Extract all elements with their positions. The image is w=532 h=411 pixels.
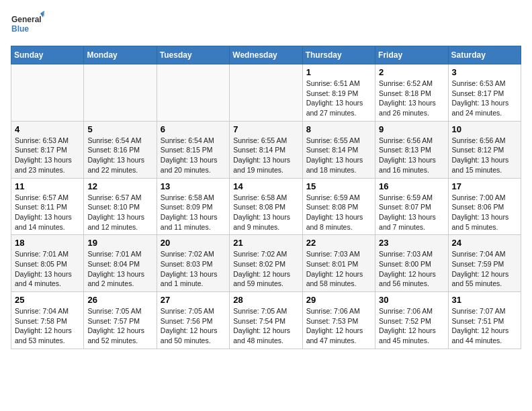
calendar-cell: 14Sunrise: 6:58 AM Sunset: 8:08 PM Dayli… <box>230 178 302 235</box>
day-info: Sunrise: 6:56 AM Sunset: 8:12 PM Dayligh… <box>452 136 517 175</box>
day-info: Sunrise: 7:01 AM Sunset: 8:04 PM Dayligh… <box>87 249 152 289</box>
calendar-week-1: 1Sunrise: 6:51 AM Sunset: 8:19 PM Daylig… <box>11 64 521 122</box>
day-info: Sunrise: 7:04 AM Sunset: 7:59 PM Dayligh… <box>452 249 517 289</box>
calendar-cell: 21Sunrise: 7:02 AM Sunset: 8:02 PM Dayli… <box>230 235 302 292</box>
day-info: Sunrise: 6:58 AM Sunset: 8:09 PM Dayligh… <box>161 193 226 232</box>
day-info: Sunrise: 6:52 AM Sunset: 8:18 PM Dayligh… <box>379 79 444 118</box>
day-info: Sunrise: 6:59 AM Sunset: 8:07 PM Dayligh… <box>379 193 444 232</box>
day-number: 27 <box>161 295 226 305</box>
day-number: 16 <box>379 181 444 191</box>
day-info: Sunrise: 7:05 AM Sunset: 7:57 PM Dayligh… <box>87 306 152 346</box>
calendar-cell <box>84 64 157 122</box>
day-number: 30 <box>379 295 444 305</box>
day-info: Sunrise: 6:53 AM Sunset: 8:17 PM Dayligh… <box>452 79 517 118</box>
day-info: Sunrise: 7:03 AM Sunset: 8:00 PM Dayligh… <box>379 249 444 289</box>
day-info: Sunrise: 7:02 AM Sunset: 8:02 PM Dayligh… <box>233 249 298 289</box>
logo: General Blue General Blue <box>11 11 44 38</box>
day-info: Sunrise: 6:57 AM Sunset: 8:10 PM Dayligh… <box>87 193 152 232</box>
day-number: 2 <box>379 67 444 77</box>
day-number: 3 <box>452 67 517 77</box>
day-number: 20 <box>161 238 226 248</box>
day-number: 18 <box>15 238 80 248</box>
calendar-cell <box>230 64 302 122</box>
day-info: Sunrise: 7:07 AM Sunset: 7:51 PM Dayligh… <box>452 306 517 346</box>
day-info: Sunrise: 7:00 AM Sunset: 8:06 PM Dayligh… <box>452 193 517 232</box>
day-info: Sunrise: 7:02 AM Sunset: 8:03 PM Dayligh… <box>161 249 226 289</box>
day-info: Sunrise: 7:01 AM Sunset: 8:05 PM Dayligh… <box>15 249 80 289</box>
header-thursday: Thursday <box>302 46 375 64</box>
calendar-cell: 31Sunrise: 7:07 AM Sunset: 7:51 PM Dayli… <box>448 292 521 349</box>
day-number: 10 <box>452 124 517 134</box>
calendar-cell: 3Sunrise: 6:53 AM Sunset: 8:17 PM Daylig… <box>448 64 521 122</box>
day-number: 6 <box>161 124 226 134</box>
calendar-cell: 12Sunrise: 6:57 AM Sunset: 8:10 PM Dayli… <box>84 178 157 235</box>
calendar-week-5: 25Sunrise: 7:04 AM Sunset: 7:58 PM Dayli… <box>11 292 521 349</box>
day-number: 12 <box>87 181 152 191</box>
day-number: 9 <box>379 124 444 134</box>
day-info: Sunrise: 6:56 AM Sunset: 8:13 PM Dayligh… <box>379 136 444 175</box>
day-info: Sunrise: 7:05 AM Sunset: 7:54 PM Dayligh… <box>233 306 298 346</box>
day-number: 21 <box>233 238 298 248</box>
calendar-cell: 26Sunrise: 7:05 AM Sunset: 7:57 PM Dayli… <box>84 292 157 349</box>
day-number: 23 <box>379 238 444 248</box>
day-info: Sunrise: 6:59 AM Sunset: 8:08 PM Dayligh… <box>306 193 371 232</box>
header: General Blue General Blue <box>11 11 521 38</box>
day-info: Sunrise: 6:53 AM Sunset: 8:17 PM Dayligh… <box>15 136 80 175</box>
header-wednesday: Wednesday <box>230 46 302 64</box>
calendar-cell: 11Sunrise: 6:57 AM Sunset: 8:11 PM Dayli… <box>11 178 84 235</box>
svg-text:Blue: Blue <box>11 24 29 34</box>
calendar-cell: 29Sunrise: 7:06 AM Sunset: 7:53 PM Dayli… <box>302 292 375 349</box>
day-info: Sunrise: 7:05 AM Sunset: 7:56 PM Dayligh… <box>161 306 226 346</box>
day-number: 11 <box>15 181 80 191</box>
calendar-cell <box>157 64 229 122</box>
calendar-week-3: 11Sunrise: 6:57 AM Sunset: 8:11 PM Dayli… <box>11 178 521 235</box>
calendar-table: SundayMondayTuesdayWednesdayThursdayFrid… <box>11 46 521 349</box>
day-info: Sunrise: 7:04 AM Sunset: 7:58 PM Dayligh… <box>15 306 80 346</box>
calendar-cell: 30Sunrise: 7:06 AM Sunset: 7:52 PM Dayli… <box>375 292 448 349</box>
calendar-cell: 7Sunrise: 6:55 AM Sunset: 8:14 PM Daylig… <box>230 121 302 178</box>
calendar-cell: 5Sunrise: 6:54 AM Sunset: 8:16 PM Daylig… <box>84 121 157 178</box>
day-number: 14 <box>233 181 298 191</box>
day-number: 29 <box>306 295 371 305</box>
day-number: 8 <box>306 124 371 134</box>
day-info: Sunrise: 6:51 AM Sunset: 8:19 PM Dayligh… <box>306 79 371 118</box>
calendar-cell: 25Sunrise: 7:04 AM Sunset: 7:58 PM Dayli… <box>11 292 84 349</box>
day-info: Sunrise: 6:54 AM Sunset: 8:15 PM Dayligh… <box>161 136 226 175</box>
day-number: 24 <box>452 238 517 248</box>
day-info: Sunrise: 7:03 AM Sunset: 8:01 PM Dayligh… <box>306 249 371 289</box>
day-number: 15 <box>306 181 371 191</box>
calendar-cell: 17Sunrise: 7:00 AM Sunset: 8:06 PM Dayli… <box>448 178 521 235</box>
day-number: 4 <box>15 124 80 134</box>
calendar-cell: 4Sunrise: 6:53 AM Sunset: 8:17 PM Daylig… <box>11 121 84 178</box>
day-number: 31 <box>452 295 517 305</box>
calendar-cell: 15Sunrise: 6:59 AM Sunset: 8:08 PM Dayli… <box>302 178 375 235</box>
logo-svg: General Blue <box>11 11 44 38</box>
calendar-cell: 8Sunrise: 6:55 AM Sunset: 8:14 PM Daylig… <box>302 121 375 178</box>
day-info: Sunrise: 6:57 AM Sunset: 8:11 PM Dayligh… <box>15 193 80 232</box>
calendar-cell: 22Sunrise: 7:03 AM Sunset: 8:01 PM Dayli… <box>302 235 375 292</box>
calendar-cell: 1Sunrise: 6:51 AM Sunset: 8:19 PM Daylig… <box>302 64 375 122</box>
calendar-week-2: 4Sunrise: 6:53 AM Sunset: 8:17 PM Daylig… <box>11 121 521 178</box>
calendar-cell: 28Sunrise: 7:05 AM Sunset: 7:54 PM Dayli… <box>230 292 302 349</box>
header-friday: Friday <box>375 46 448 64</box>
day-info: Sunrise: 7:06 AM Sunset: 7:52 PM Dayligh… <box>379 306 444 346</box>
calendar-cell: 20Sunrise: 7:02 AM Sunset: 8:03 PM Dayli… <box>157 235 229 292</box>
calendar-cell: 18Sunrise: 7:01 AM Sunset: 8:05 PM Dayli… <box>11 235 84 292</box>
calendar-cell: 24Sunrise: 7:04 AM Sunset: 7:59 PM Dayli… <box>448 235 521 292</box>
day-number: 19 <box>87 238 152 248</box>
svg-text:General: General <box>11 15 42 24</box>
day-number: 5 <box>87 124 152 134</box>
calendar-cell: 2Sunrise: 6:52 AM Sunset: 8:18 PM Daylig… <box>375 64 448 122</box>
calendar-cell: 19Sunrise: 7:01 AM Sunset: 8:04 PM Dayli… <box>84 235 157 292</box>
calendar-cell: 10Sunrise: 6:56 AM Sunset: 8:12 PM Dayli… <box>448 121 521 178</box>
calendar-cell: 6Sunrise: 6:54 AM Sunset: 8:15 PM Daylig… <box>157 121 229 178</box>
day-number: 17 <box>452 181 517 191</box>
calendar-week-4: 18Sunrise: 7:01 AM Sunset: 8:05 PM Dayli… <box>11 235 521 292</box>
day-info: Sunrise: 6:55 AM Sunset: 8:14 PM Dayligh… <box>306 136 371 175</box>
calendar-cell: 13Sunrise: 6:58 AM Sunset: 8:09 PM Dayli… <box>157 178 229 235</box>
day-info: Sunrise: 6:58 AM Sunset: 8:08 PM Dayligh… <box>233 193 298 232</box>
day-number: 13 <box>161 181 226 191</box>
header-saturday: Saturday <box>448 46 521 64</box>
day-number: 22 <box>306 238 371 248</box>
calendar-cell: 27Sunrise: 7:05 AM Sunset: 7:56 PM Dayli… <box>157 292 229 349</box>
